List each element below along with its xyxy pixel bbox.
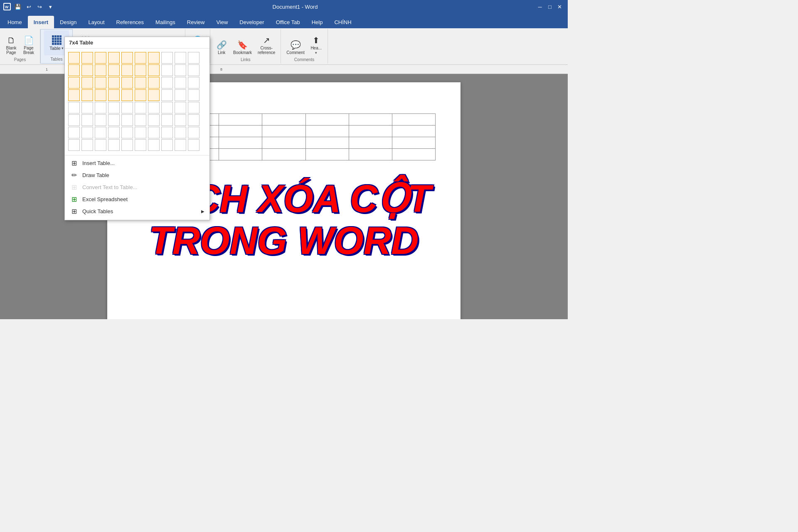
grid-cell[interactable] <box>135 139 146 151</box>
grid-cell[interactable] <box>135 127 146 138</box>
grid-cell[interactable] <box>188 77 200 89</box>
grid-cell[interactable] <box>161 114 173 126</box>
grid-cell[interactable] <box>148 64 160 76</box>
grid-cell[interactable] <box>68 77 80 89</box>
grid-cell[interactable] <box>68 64 80 76</box>
bookmark-btn[interactable]: 🔖 Bookmark <box>231 39 254 56</box>
grid-cell[interactable] <box>95 64 106 76</box>
grid-cell[interactable] <box>135 114 146 126</box>
link-btn[interactable]: 🔗 Link <box>214 39 229 56</box>
grid-cell[interactable] <box>121 102 133 113</box>
grid-cell[interactable] <box>148 139 160 151</box>
grid-cell[interactable] <box>95 114 106 126</box>
tab-view[interactable]: View <box>210 16 234 28</box>
tab-chinh[interactable]: CHÍNH <box>328 16 357 28</box>
grid-cell[interactable] <box>161 139 173 151</box>
excel-spreadsheet-item[interactable]: ⊞ Excel Spreadsheet <box>65 193 209 205</box>
grid-cell[interactable] <box>161 102 173 113</box>
grid-cell[interactable] <box>95 77 106 89</box>
insert-table-item[interactable]: ⊞ Insert Table... <box>65 157 209 169</box>
grid-cell[interactable] <box>121 89 133 101</box>
tab-layout[interactable]: Layout <box>83 16 111 28</box>
page-break-btn[interactable]: 📄 PageBreak <box>21 34 37 56</box>
grid-cell[interactable] <box>81 102 93 113</box>
grid-cell[interactable] <box>135 64 146 76</box>
header-btn[interactable]: ⬆ Hea... ▾ <box>308 34 324 56</box>
grid-cell[interactable] <box>161 52 173 64</box>
grid-cell[interactable] <box>108 64 120 76</box>
tab-home[interactable]: Home <box>2 16 28 28</box>
customize-quick-btn[interactable]: ▾ <box>46 2 55 11</box>
tab-references[interactable]: References <box>111 16 150 28</box>
grid-cell[interactable] <box>148 102 160 113</box>
grid-cell[interactable] <box>108 52 120 64</box>
grid-cell[interactable] <box>81 127 93 138</box>
grid-cell[interactable] <box>68 89 80 101</box>
undo-quick-btn[interactable]: ↩ <box>24 2 33 11</box>
comment-btn[interactable]: 💬 Comment <box>284 39 306 56</box>
tab-developer[interactable]: Developer <box>234 16 270 28</box>
table-selector-grid[interactable] <box>65 49 209 154</box>
grid-cell[interactable] <box>175 114 186 126</box>
grid-cell[interactable] <box>95 127 106 138</box>
grid-cell[interactable] <box>108 102 120 113</box>
grid-cell[interactable] <box>135 102 146 113</box>
draw-table-item[interactable]: ✏ Draw Table <box>65 169 209 181</box>
grid-cell[interactable] <box>108 139 120 151</box>
grid-cell[interactable] <box>161 77 173 89</box>
grid-cell[interactable] <box>175 139 186 151</box>
grid-cell[interactable] <box>161 64 173 76</box>
grid-cell[interactable] <box>81 89 93 101</box>
grid-cell[interactable] <box>108 89 120 101</box>
grid-cell[interactable] <box>108 114 120 126</box>
grid-cell[interactable] <box>188 52 200 64</box>
redo-quick-btn[interactable]: ↪ <box>35 2 44 11</box>
grid-cell[interactable] <box>175 102 186 113</box>
grid-cell[interactable] <box>81 77 93 89</box>
grid-cell[interactable] <box>68 114 80 126</box>
grid-cell[interactable] <box>121 64 133 76</box>
grid-cell[interactable] <box>175 64 186 76</box>
grid-cell[interactable] <box>148 52 160 64</box>
tab-design[interactable]: Design <box>54 16 82 28</box>
grid-cell[interactable] <box>175 52 186 64</box>
minimize-btn[interactable]: ─ <box>535 2 544 11</box>
grid-cell[interactable] <box>95 89 106 101</box>
grid-cell[interactable] <box>95 139 106 151</box>
grid-cell[interactable] <box>148 77 160 89</box>
grid-cell[interactable] <box>121 77 133 89</box>
grid-cell[interactable] <box>81 52 93 64</box>
grid-cell[interactable] <box>121 52 133 64</box>
tab-help[interactable]: Help <box>306 16 329 28</box>
grid-cell[interactable] <box>121 139 133 151</box>
grid-cell[interactable] <box>188 64 200 76</box>
close-btn[interactable]: ✕ <box>555 2 564 11</box>
quick-tables-item[interactable]: ⊞ Quick Tables ▶ <box>65 205 209 217</box>
grid-cell[interactable] <box>161 127 173 138</box>
grid-cell[interactable] <box>108 77 120 89</box>
grid-cell[interactable] <box>148 114 160 126</box>
grid-cell[interactable] <box>175 77 186 89</box>
grid-cell[interactable] <box>135 89 146 101</box>
grid-cell[interactable] <box>188 139 200 151</box>
grid-cell[interactable] <box>188 89 200 101</box>
grid-cell[interactable] <box>68 127 80 138</box>
grid-cell[interactable] <box>95 102 106 113</box>
grid-cell[interactable] <box>161 89 173 101</box>
grid-cell[interactable] <box>121 127 133 138</box>
save-quick-btn[interactable]: 💾 <box>13 2 22 11</box>
grid-cell[interactable] <box>68 102 80 113</box>
grid-cell[interactable] <box>148 127 160 138</box>
tab-office-tab[interactable]: Office Tab <box>270 16 306 28</box>
grid-cell[interactable] <box>81 64 93 76</box>
maximize-btn[interactable]: □ <box>545 2 554 11</box>
grid-cell[interactable] <box>188 102 200 113</box>
grid-cell[interactable] <box>135 52 146 64</box>
cross-ref-btn[interactable]: ↗ Cross-reference <box>256 34 277 56</box>
tab-review[interactable]: Review <box>181 16 211 28</box>
grid-cell[interactable] <box>148 89 160 101</box>
grid-cell[interactable] <box>135 77 146 89</box>
tab-mailings[interactable]: Mailings <box>150 16 181 28</box>
blank-page-btn[interactable]: 🗋 BlankPage <box>3 35 19 56</box>
grid-cell[interactable] <box>108 127 120 138</box>
